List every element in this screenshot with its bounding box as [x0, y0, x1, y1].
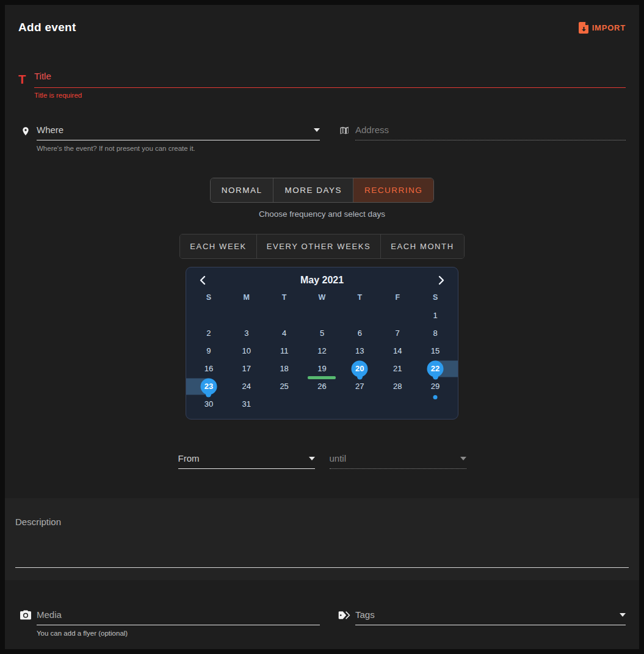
calendar-day-31[interactable]: 31 — [228, 395, 266, 413]
description-placeholder: Description — [15, 517, 61, 527]
text-title-icon: T — [18, 73, 33, 87]
calendar-empty-cell — [378, 395, 416, 413]
calendar-day-14[interactable]: 14 — [378, 342, 416, 360]
address-field[interactable]: Address — [355, 125, 626, 152]
chevron-down-icon — [460, 457, 466, 460]
calendar-day-30[interactable]: 30 — [190, 395, 228, 413]
calendar-day-header: F — [378, 289, 416, 305]
calendar-next-month-button[interactable] — [437, 275, 446, 285]
time-range-row: From until — [5, 453, 639, 469]
calendar-day-header: T — [266, 289, 303, 305]
calendar-day-19[interactable]: 19 — [303, 360, 341, 377]
calendar-day-29[interactable]: 29 — [416, 377, 454, 395]
dialog-header: Add event IMPORT — [5, 5, 639, 34]
media-placeholder: Media — [37, 609, 62, 620]
calendar-grid: 1234567891011121314151617181920212223242… — [190, 307, 454, 413]
location-pin-icon — [18, 125, 33, 152]
calendar-day-27[interactable]: 27 — [341, 377, 378, 395]
calendar-day-17[interactable]: 17 — [228, 360, 266, 377]
calendar-day-4[interactable]: 4 — [266, 324, 303, 342]
calendar-prev-month-button[interactable] — [198, 275, 207, 285]
from-placeholder: From — [178, 453, 200, 463]
calendar-day-11[interactable]: 11 — [266, 342, 303, 360]
calendar-day-2[interactable]: 2 — [190, 324, 228, 342]
calendar-day-header: S — [416, 289, 454, 305]
page-title: Add event — [18, 21, 76, 34]
frequency-each-month-button[interactable]: EACH MONTH — [381, 234, 463, 258]
tab-recurring[interactable]: RECURRING — [353, 178, 433, 202]
calendar-day-headers: SMTWTFS — [190, 289, 454, 305]
until-placeholder: until — [330, 453, 347, 463]
title-field[interactable]: Title Title is required — [34, 71, 626, 99]
chevron-down-icon — [314, 128, 320, 132]
description-section: Description — [5, 498, 639, 580]
tags-icon — [337, 609, 352, 637]
frequency-options: EACH WEEK EVERY OTHER WEEKS EACH MONTH — [5, 234, 639, 259]
calendar-day-15[interactable]: 15 — [416, 342, 454, 360]
from-time-select[interactable]: From — [178, 453, 315, 469]
media-tags-row: Media You can add a flyer (optional) Tag… — [5, 609, 639, 637]
calendar-empty-cell — [190, 307, 228, 324]
calendar-day-header: W — [303, 289, 341, 305]
calendar-day-21[interactable]: 21 — [378, 360, 416, 377]
chevron-down-icon — [620, 613, 626, 617]
import-button[interactable]: IMPORT — [579, 22, 626, 34]
calendar-day-25[interactable]: 25 — [266, 377, 303, 395]
add-event-dialog: Add event IMPORT T Title Title is requir… — [5, 5, 639, 649]
calendar-day-3[interactable]: 3 — [228, 324, 266, 342]
address-placeholder: Address — [355, 125, 389, 135]
camera-icon — [18, 609, 33, 637]
calendar-day-7[interactable]: 7 — [378, 324, 416, 342]
calendar-empty-cell — [341, 395, 378, 413]
event-type-tabs: NORMAL MORE DAYS RECURRING — [5, 178, 639, 203]
media-helper-text: You can add a flyer (optional) — [37, 630, 320, 637]
calendar-empty-cell — [303, 395, 341, 413]
calendar-day-22[interactable]: 22 — [416, 360, 454, 377]
where-address-row: Where Where's the event? If not present … — [5, 125, 639, 152]
description-textarea[interactable]: Description — [15, 517, 629, 568]
media-field[interactable]: Media You can add a flyer (optional) — [37, 609, 320, 637]
map-icon — [337, 125, 352, 152]
tags-placeholder: Tags — [355, 609, 375, 620]
calendar-empty-cell — [416, 395, 454, 413]
chevron-down-icon — [309, 457, 315, 460]
calendar-day-5[interactable]: 5 — [303, 324, 341, 342]
calendar-empty-cell — [266, 395, 303, 413]
calendar-day-13[interactable]: 13 — [341, 342, 378, 360]
calendar-day-6[interactable]: 6 — [341, 324, 378, 342]
calendar-empty-cell — [228, 307, 266, 324]
calendar-day-8[interactable]: 8 — [416, 324, 454, 342]
title-placeholder: Title — [34, 71, 51, 81]
where-select[interactable]: Where Where's the event? If not present … — [37, 125, 320, 152]
calendar-day-header: S — [190, 289, 228, 305]
calendar-empty-cell — [303, 307, 341, 324]
calendar-empty-cell — [266, 307, 303, 324]
calendar-day-24[interactable]: 24 — [228, 377, 266, 395]
calendar-day-26[interactable]: 26 — [303, 377, 341, 395]
calendar-day-9[interactable]: 9 — [190, 342, 228, 360]
frequency-hint-text: Choose frequency and select days — [5, 209, 639, 219]
where-placeholder: Where — [37, 125, 63, 135]
tab-normal[interactable]: NORMAL — [211, 178, 274, 202]
calendar-day-28[interactable]: 28 — [378, 377, 416, 395]
where-helper-text: Where's the event? If not present you ca… — [37, 145, 320, 152]
calendar-day-10[interactable]: 10 — [228, 342, 266, 360]
calendar-day-header: M — [228, 289, 266, 305]
calendar-day-16[interactable]: 16 — [190, 360, 228, 377]
calendar-month-label: May 2021 — [300, 275, 344, 286]
title-field-row: T Title Title is required — [5, 71, 639, 99]
calendar-day-23[interactable]: 23 — [190, 377, 228, 395]
tags-select[interactable]: Tags — [355, 609, 626, 637]
calendar-day-20[interactable]: 20 — [341, 360, 378, 377]
frequency-each-week-button[interactable]: EACH WEEK — [180, 234, 256, 258]
import-label: IMPORT — [592, 23, 626, 32]
calendar-day-12[interactable]: 12 — [303, 342, 341, 360]
calendar: May 2021 SMTWTFS 12345678910111213141516… — [186, 267, 458, 420]
title-error-text: Title is required — [34, 92, 626, 99]
until-time-select[interactable]: until — [330, 453, 466, 469]
frequency-every-other-weeks-button[interactable]: EVERY OTHER WEEKS — [257, 234, 381, 258]
calendar-day-1[interactable]: 1 — [416, 307, 454, 324]
calendar-day-18[interactable]: 18 — [266, 360, 303, 377]
tab-more-days[interactable]: MORE DAYS — [273, 178, 353, 202]
calendar-empty-cell — [378, 307, 416, 324]
